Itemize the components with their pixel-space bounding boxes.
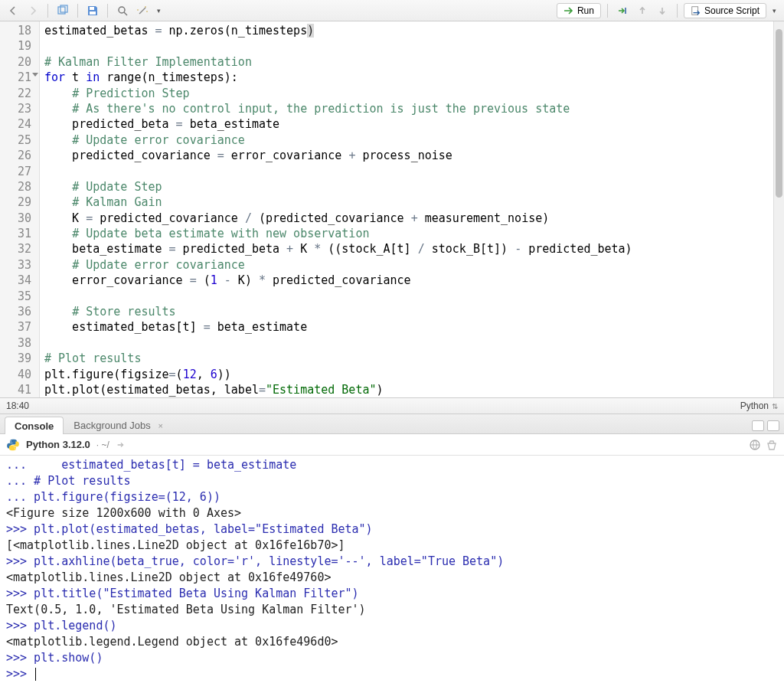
console-line: >>> plt.plot(estimated_betas, label="Est… bbox=[6, 521, 778, 538]
scrollbar-thumb[interactable] bbox=[776, 29, 782, 198]
code-line[interactable]: # Kalman Filter Implementation bbox=[44, 54, 773, 70]
line-number: 26 bbox=[0, 148, 31, 163]
fold-marker-icon[interactable] bbox=[32, 73, 38, 77]
code-line[interactable]: # Update error covariance bbox=[44, 257, 773, 273]
magic-wand-button[interactable] bbox=[134, 2, 151, 19]
code-line[interactable]: # As there's no control input, the predi… bbox=[44, 101, 773, 116]
console-line: <matplotlib.legend.Legend object at 0x16… bbox=[6, 634, 778, 650]
code-line[interactable]: estimated_betas[t] = beta_estimate bbox=[44, 319, 773, 335]
svg-point-9 bbox=[15, 448, 15, 449]
console-line: <Figure size 1200x600 with 0 Axes> bbox=[6, 505, 778, 521]
rerun-button[interactable] bbox=[614, 2, 631, 19]
editor-scrollbar[interactable] bbox=[773, 21, 784, 397]
separator bbox=[677, 4, 678, 18]
up-button[interactable] bbox=[634, 2, 651, 19]
console-line: [<matplotlib.lines.Line2D object at 0x16… bbox=[6, 538, 778, 554]
svg-line-6 bbox=[139, 8, 145, 14]
code-line[interactable]: estimated_betas = np.zeros(n_timesteps) bbox=[44, 23, 773, 38]
line-number: 28 bbox=[0, 179, 31, 194]
line-number: 36 bbox=[0, 304, 31, 319]
code-line[interactable]: # Update Step bbox=[44, 179, 773, 194]
code-line[interactable]: beta_estimate = predicted_beta + K * ((s… bbox=[44, 241, 773, 257]
line-number: 30 bbox=[0, 211, 31, 226]
line-number: 25 bbox=[0, 132, 31, 148]
tab-console-label: Console bbox=[15, 420, 54, 432]
line-number-gutter: 1819202122232425262728293031323334353637… bbox=[0, 21, 40, 397]
console-title: Python 3.12.0 bbox=[26, 439, 90, 450]
console-tab-strip: Console Background Jobs × bbox=[0, 414, 784, 434]
line-number: 33 bbox=[0, 257, 31, 273]
minimize-pane-button[interactable] bbox=[752, 420, 764, 431]
code-editor[interactable]: 1819202122232425262728293031323334353637… bbox=[0, 21, 784, 397]
close-icon[interactable]: × bbox=[158, 421, 162, 430]
svg-rect-3 bbox=[90, 11, 96, 15]
console-line: ... plt.figure(figsize=(12, 6)) bbox=[6, 489, 778, 505]
line-number: 35 bbox=[0, 289, 31, 304]
console-line: >>> plt.axhline(beta_true, color='r', li… bbox=[6, 554, 778, 570]
svg-point-8 bbox=[11, 440, 11, 441]
console-output[interactable]: ... estimated_betas[t] = beta_estimate..… bbox=[0, 456, 784, 693]
tab-background-jobs[interactable]: Background Jobs × bbox=[64, 416, 173, 433]
line-number: 22 bbox=[0, 86, 31, 101]
line-number: 18 bbox=[0, 23, 31, 38]
run-arrow-icon bbox=[564, 5, 574, 16]
line-number: 32 bbox=[0, 241, 31, 257]
code-content[interactable]: estimated_betas = np.zeros(n_timesteps)#… bbox=[40, 21, 773, 397]
tab-console[interactable]: Console bbox=[5, 417, 64, 434]
console-line: ... estimated_betas[t] = beta_estimate bbox=[6, 457, 778, 473]
source-script-button[interactable]: Source Script bbox=[684, 3, 766, 18]
console-line: ... # Plot results bbox=[6, 473, 778, 489]
line-number: 21 bbox=[0, 70, 31, 85]
line-number: 34 bbox=[0, 273, 31, 288]
code-line[interactable] bbox=[44, 335, 773, 351]
language-selector[interactable]: Python ⇅ bbox=[740, 400, 778, 411]
run-button[interactable]: Run bbox=[557, 3, 601, 18]
save-button[interactable] bbox=[84, 2, 101, 19]
code-line[interactable] bbox=[44, 38, 773, 54]
code-line[interactable]: predicted_covariance = error_covariance … bbox=[44, 148, 773, 163]
code-line[interactable]: # Kalman Gain bbox=[44, 194, 773, 210]
console-line: >>> plt.show() bbox=[6, 650, 778, 666]
code-line[interactable]: predicted_beta = beta_estimate bbox=[44, 116, 773, 132]
line-number: 23 bbox=[0, 101, 31, 116]
forward-button[interactable] bbox=[24, 2, 41, 19]
separator bbox=[77, 4, 78, 18]
back-button[interactable] bbox=[5, 2, 21, 19]
wd-forward-icon[interactable] bbox=[116, 440, 126, 450]
cursor-position: 18:40 bbox=[6, 400, 29, 411]
line-number: 41 bbox=[0, 382, 31, 397]
source-label: Source Script bbox=[704, 5, 760, 16]
svg-rect-2 bbox=[90, 7, 94, 10]
console-line: >>> plt.legend() bbox=[6, 618, 778, 634]
code-line[interactable]: plt.figure(figsize=(12, 6)) bbox=[44, 367, 773, 382]
source-dropdown-icon[interactable]: ▾ bbox=[769, 7, 779, 15]
code-line[interactable]: # Update error covariance bbox=[44, 132, 773, 148]
code-line[interactable]: # Update beta estimate with new observat… bbox=[44, 226, 773, 241]
tools-dropdown-icon[interactable]: ▾ bbox=[154, 7, 164, 15]
code-line[interactable]: plt.plot(estimated_betas, label="Estimat… bbox=[44, 382, 773, 397]
code-line[interactable]: # Prediction Step bbox=[44, 86, 773, 101]
line-number: 29 bbox=[0, 194, 31, 210]
code-line[interactable] bbox=[44, 164, 773, 179]
separator bbox=[607, 4, 608, 18]
global-options-icon[interactable] bbox=[749, 439, 761, 451]
code-line[interactable]: # Plot results bbox=[44, 351, 773, 366]
clear-console-icon[interactable] bbox=[766, 439, 778, 451]
code-line[interactable]: for t in range(n_timesteps): bbox=[44, 70, 773, 85]
line-number: 37 bbox=[0, 319, 31, 335]
down-button[interactable] bbox=[654, 2, 671, 19]
code-line[interactable]: K = predicted_covariance / (predicted_co… bbox=[44, 211, 773, 226]
run-label: Run bbox=[577, 5, 594, 16]
find-button[interactable] bbox=[114, 2, 131, 19]
code-line[interactable]: error_covariance = (1 - K) * predicted_c… bbox=[44, 273, 773, 288]
show-in-new-window-button[interactable] bbox=[54, 2, 71, 19]
maximize-pane-button[interactable] bbox=[767, 420, 779, 431]
code-line[interactable]: # Store results bbox=[44, 304, 773, 319]
editor-toolbar: ▾ Run Source Script ▾ bbox=[0, 0, 784, 21]
console-directory: · ~/ bbox=[96, 440, 109, 450]
console-line: >>> bbox=[6, 666, 778, 682]
code-line[interactable] bbox=[44, 289, 773, 304]
console-line: >>> plt.title("Estimated Beta Using Kalm… bbox=[6, 586, 778, 602]
editor-status-bar: 18:40 Python ⇅ bbox=[0, 397, 784, 414]
line-number: 19 bbox=[0, 38, 31, 54]
